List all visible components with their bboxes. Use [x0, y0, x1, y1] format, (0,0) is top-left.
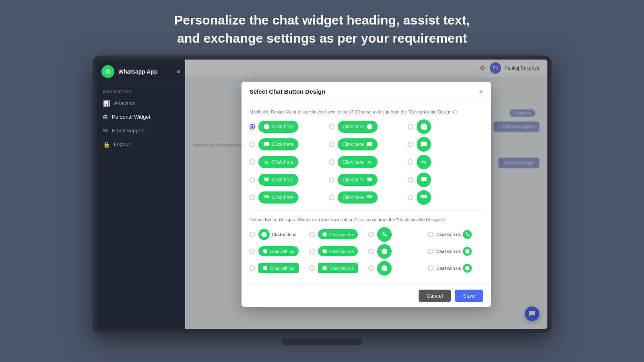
- heading-line2: and exchange settings as per your requir…: [177, 31, 467, 45]
- sidebar-item-email-support[interactable]: ✉ Email Support: [97, 124, 185, 138]
- default-option-2-1[interactable]: Chat with us: [250, 244, 305, 259]
- default-radio-1-4[interactable]: [428, 232, 433, 237]
- radio-3-2[interactable]: [329, 159, 334, 165]
- modal-title: Select Chat Button Design: [250, 88, 325, 95]
- default-radio-1-3[interactable]: [368, 232, 374, 237]
- svg-point-8: [424, 161, 426, 164]
- default-hint: (Want to set your own colours? to choose…: [296, 217, 445, 222]
- sidebar-header: Whatsapp App ≡: [97, 60, 185, 84]
- default-btn-wa-circle-2: [377, 261, 392, 276]
- wa-circle-icon-1: [258, 229, 270, 240]
- btn-wechat-click-here-2: Click here: [338, 156, 378, 168]
- design-option-3-1[interactable]: Click here: [250, 155, 325, 169]
- radio-3-1[interactable]: [250, 159, 255, 165]
- radio-4-2[interactable]: [329, 177, 334, 183]
- default-option-2-2[interactable]: Chat with us: [309, 244, 365, 259]
- btn-label-3-2: Click here: [343, 159, 364, 165]
- default-radio-3-2[interactable]: [309, 265, 315, 271]
- default-option-3-2[interactable]: Chat with us: [309, 261, 365, 276]
- default-option-1-2[interactable]: Chat with us: [309, 227, 365, 242]
- radio-3-3[interactable]: [408, 159, 413, 165]
- design-option-3-2[interactable]: Click here: [329, 155, 404, 169]
- design-option-5-2[interactable]: Click here: [329, 190, 404, 205]
- radio-5-2[interactable]: [329, 195, 334, 200]
- btn-wa-icon-only-1: [417, 119, 431, 134]
- default-radio-1-2[interactable]: [309, 232, 315, 237]
- design-option-4-3[interactable]: [408, 173, 483, 187]
- default-btn-1-1: Chat with us: [258, 229, 296, 240]
- radio-2-1[interactable]: [250, 142, 255, 147]
- default-option-3-1[interactable]: Chat with us: [250, 261, 305, 276]
- default-option-2-4[interactable]: Chat with us: [428, 244, 483, 259]
- modal-header: Select Chat Button Design ×: [242, 82, 491, 102]
- design-option-3-3[interactable]: [408, 155, 483, 169]
- design-option-5-3[interactable]: [408, 190, 483, 205]
- default-btn-1-4: Chat with us: [437, 230, 472, 239]
- modal-body: Modifiable Design Want to specify your o…: [242, 102, 491, 284]
- modal-close-button[interactable]: ×: [479, 88, 483, 95]
- default-btn-label-3-1: Chat with us: [270, 266, 295, 271]
- radio-5-3[interactable]: [408, 195, 413, 200]
- sidebar-nav-label: NAVIGATION: [97, 84, 185, 97]
- design-option-1-3[interactable]: [408, 119, 483, 134]
- btn-msg-icon-only: [417, 190, 431, 205]
- btn-msg-click-here-2: Click here: [338, 191, 378, 204]
- design-option-4-1[interactable]: Click here: [250, 173, 325, 187]
- btn-wa-click-here-1: Click here: [258, 121, 298, 133]
- default-option-3-4[interactable]: Chat with us: [428, 261, 483, 276]
- sidebar-email-label: Email Support: [112, 128, 145, 134]
- radio-5-1[interactable]: [250, 195, 255, 200]
- sidebar-item-personal-widget[interactable]: ⊞ Personal Widget: [97, 110, 185, 124]
- default-radio-3-3[interactable]: [368, 265, 374, 271]
- default-option-1-1[interactable]: Chat with us: [250, 227, 305, 242]
- default-row-3: Chat with us Chat with us: [250, 261, 483, 276]
- laptop-screen: Whatsapp App ≡ NAVIGATION 📊 Analytics ⊞ …: [97, 60, 547, 329]
- design-option-2-1[interactable]: Click here: [250, 137, 325, 152]
- default-radio-3-4[interactable]: [428, 265, 433, 271]
- menu-icon[interactable]: ≡: [177, 68, 180, 75]
- default-radio-2-3[interactable]: [368, 249, 374, 254]
- laptop-wrapper: Whatsapp App ≡ NAVIGATION 📊 Analytics ⊞ …: [93, 56, 551, 345]
- default-radio-2-4[interactable]: [428, 249, 433, 254]
- default-option-3-3[interactable]: [368, 261, 424, 276]
- analytics-icon: 📊: [103, 100, 110, 107]
- design-option-2-3[interactable]: [408, 137, 483, 152]
- default-option-1-4[interactable]: Chat with us: [428, 227, 483, 242]
- radio-1-2[interactable]: [329, 124, 334, 130]
- main-content: ⚙ PS Pankaj Sakariya Enable ● + Add new …: [185, 60, 547, 329]
- btn-label-5-2: Click here: [343, 195, 364, 200]
- sidebar-item-analytics[interactable]: 📊 Analytics: [97, 97, 185, 110]
- design-option-1-2[interactable]: Click here: [329, 119, 404, 134]
- radio-2-3[interactable]: [408, 142, 413, 147]
- modal-overlay: Select Chat Button Design × Modifiable D…: [185, 60, 547, 329]
- btn-label-1-2: Click here: [343, 124, 364, 130]
- default-radio-2-2[interactable]: [309, 249, 315, 254]
- radio-4-1[interactable]: [250, 177, 255, 183]
- design-option-4-2[interactable]: Click here: [329, 173, 404, 187]
- cancel-button[interactable]: Cancel: [419, 290, 451, 302]
- radio-1-1[interactable]: [250, 124, 255, 130]
- radio-4-3[interactable]: [408, 177, 413, 183]
- modifiable-row-5: Click here Click here: [250, 190, 483, 205]
- default-option-1-3[interactable]: [368, 227, 424, 242]
- btn-wechat-click-here-1: Click here: [258, 156, 298, 168]
- design-option-1-1[interactable]: Click here: [250, 119, 325, 134]
- default-radio-1-1[interactable]: [250, 232, 255, 237]
- radio-2-2[interactable]: [329, 142, 334, 147]
- default-btn-2-2: Chat with us: [318, 246, 358, 256]
- radio-1-3[interactable]: [408, 124, 413, 130]
- sidebar-item-logout[interactable]: 🔒 Logout: [97, 138, 185, 151]
- save-button[interactable]: Save: [455, 290, 483, 302]
- laptop-base: [282, 338, 362, 345]
- btn-bubble-click-here-1: Click here: [258, 174, 298, 186]
- default-btn-3-1: Chat with us: [258, 263, 299, 273]
- default-radio-2-1[interactable]: [250, 249, 255, 254]
- default-option-2-3[interactable]: [368, 244, 424, 259]
- btn-label-4-1: Click here: [272, 177, 293, 183]
- sidebar-analytics-label: Analytics: [114, 100, 135, 106]
- widget-icon: ⊞: [103, 114, 108, 120]
- design-option-5-1[interactable]: Click here: [250, 190, 325, 205]
- default-radio-3-1[interactable]: [250, 265, 255, 271]
- modifiable-row-1: Click here Click here: [250, 119, 483, 134]
- design-option-2-2[interactable]: Click here: [329, 137, 404, 152]
